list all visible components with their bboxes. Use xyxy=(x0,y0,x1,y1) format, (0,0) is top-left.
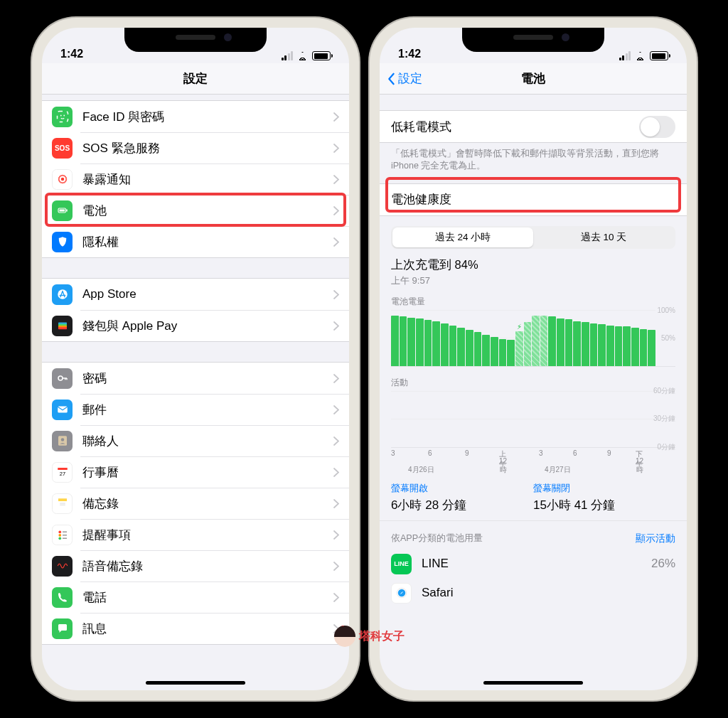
app-usage-row[interactable]: LINE LINE 26% xyxy=(380,550,687,579)
notes-item[interactable]: 備忘錄 xyxy=(42,488,349,519)
svg-point-8 xyxy=(62,183,63,183)
emergency-sos-item[interactable]: SOS SOS 緊急服務 xyxy=(42,132,349,164)
chevron-right-icon xyxy=(333,593,339,602)
screen-on-title: 螢幕開啟 xyxy=(391,482,533,495)
chevron-right-icon xyxy=(333,468,339,477)
line-icon: LINE xyxy=(391,554,412,574)
cell-label: 郵件 xyxy=(82,402,333,418)
cell-label: 語音備忘錄 xyxy=(82,558,333,574)
chevron-right-icon xyxy=(333,290,339,299)
cell-label: 聯絡人 xyxy=(82,433,333,449)
time-range-segment[interactable]: 過去 24 小時 過去 10 天 xyxy=(391,226,675,249)
wallet-item[interactable]: 錢包與 Apple Pay xyxy=(42,310,349,341)
svg-point-5 xyxy=(65,180,66,181)
voice-memos-icon xyxy=(52,556,73,577)
messages-icon xyxy=(52,618,73,639)
svg-point-13 xyxy=(58,177,59,178)
status-time: 1:42 xyxy=(398,48,421,60)
phone-item[interactable]: 電話 xyxy=(42,582,349,613)
usage-summary: 螢幕開啟 6小時 28 分鐘 螢幕關閉 15小時 41 分鐘 xyxy=(380,478,687,521)
svg-text:27: 27 xyxy=(59,471,65,477)
screen-off-title: 螢幕關閉 xyxy=(533,482,675,495)
battery-item[interactable]: 電池 xyxy=(42,195,349,226)
svg-rect-29 xyxy=(58,407,68,413)
mail-item[interactable]: 郵件 xyxy=(42,394,349,425)
app-store-item[interactable]: App Store xyxy=(42,279,349,310)
chevron-right-icon xyxy=(333,175,339,184)
app-name: LINE xyxy=(422,557,651,571)
svg-rect-33 xyxy=(58,468,68,470)
svg-point-41 xyxy=(58,537,61,540)
cell-label: 提醒事項 xyxy=(82,527,333,543)
screen-on-value: 6小時 28 分鐘 xyxy=(391,497,533,513)
face-id-passcode-item[interactable]: Face ID 與密碼 xyxy=(42,101,349,132)
battery-health-row[interactable]: 電池健康度 xyxy=(380,184,687,215)
chevron-right-icon xyxy=(333,436,339,446)
svg-point-1 xyxy=(60,115,61,117)
svg-point-17 xyxy=(63,175,64,176)
svg-point-15 xyxy=(60,175,61,176)
battery-level-chart-title: 電池電量 xyxy=(391,296,425,308)
messages-item[interactable]: 訊息 xyxy=(42,613,349,644)
svg-rect-36 xyxy=(58,498,67,501)
page-title: 電池 xyxy=(521,70,545,87)
cell-label: 密碼 xyxy=(82,370,333,387)
app-usage-row[interactable]: Safari xyxy=(380,579,687,608)
svg-rect-22 xyxy=(59,210,65,212)
chevron-right-icon xyxy=(333,144,339,153)
back-label: 設定 xyxy=(398,70,422,87)
svg-point-3 xyxy=(60,178,64,181)
cell-label: 電池 xyxy=(82,203,333,219)
phone-mockup-battery: 1:42 設定 電池 低耗電模式 「低耗電模式」會暫時降低下載和郵件擷取等背景活… xyxy=(370,18,697,700)
wallet-icon xyxy=(52,316,73,336)
cell-label: 訊息 xyxy=(82,621,333,637)
home-indicator xyxy=(146,681,245,685)
contacts-item[interactable]: 聯絡人 xyxy=(42,425,349,456)
low-power-mode-label: 低耗電模式 xyxy=(391,119,639,135)
segment-24h[interactable]: 過去 24 小時 xyxy=(392,227,533,247)
svg-point-39 xyxy=(58,530,61,533)
voice-memos-item[interactable]: 語音備忘錄 xyxy=(42,550,349,582)
svg-rect-27 xyxy=(58,327,67,329)
low-power-mode-toggle[interactable] xyxy=(639,116,675,138)
calendar-item[interactable]: 27 行事曆 xyxy=(42,456,349,488)
contacts-icon xyxy=(52,431,73,451)
cellular-icon xyxy=(282,51,294,60)
segment-10d[interactable]: 過去 10 天 xyxy=(533,227,674,247)
chevron-right-icon xyxy=(333,112,339,122)
show-activity-link[interactable]: 顯示活動 xyxy=(636,532,675,545)
cell-label: App Store xyxy=(82,287,333,301)
activity-chart-title: 活動 xyxy=(391,377,408,389)
exposure-icon xyxy=(52,169,73,190)
chevron-right-icon xyxy=(333,499,339,508)
battery-health-label: 電池健康度 xyxy=(391,191,675,208)
svg-point-31 xyxy=(60,438,64,441)
svg-point-6 xyxy=(65,181,65,182)
cell-label: 錢包與 Apple Pay xyxy=(82,318,333,334)
wifi-icon xyxy=(296,51,309,60)
cell-label: 電話 xyxy=(82,589,333,606)
wifi-icon xyxy=(634,51,646,60)
svg-point-28 xyxy=(58,376,63,380)
back-button[interactable]: 設定 xyxy=(387,70,422,87)
chevron-right-icon xyxy=(333,562,339,571)
screen-off-value: 15小時 41 分鐘 xyxy=(533,497,675,513)
notes-icon xyxy=(52,493,73,514)
passwords-item[interactable]: 密碼 xyxy=(42,363,349,394)
low-power-mode-row[interactable]: 低耗電模式 xyxy=(380,111,687,142)
cellular-icon xyxy=(619,51,631,60)
low-power-mode-footer: 「低耗電模式」會暫時降低下載和郵件擷取等背景活動，直到您將 iPhone 完全充… xyxy=(380,143,687,172)
cell-label: 隱私權 xyxy=(82,234,333,250)
privacy-item[interactable]: 隱私權 xyxy=(42,226,349,257)
svg-point-18 xyxy=(65,176,65,177)
notch xyxy=(462,28,604,52)
cell-label: SOS 緊急服務 xyxy=(82,140,333,156)
safari-icon xyxy=(391,583,412,604)
battery-indicator-icon xyxy=(650,51,668,60)
reminders-item[interactable]: 提醒事項 xyxy=(42,519,349,550)
cell-label: Face ID 與密碼 xyxy=(82,109,333,125)
nav-bar: 設定 xyxy=(42,63,349,95)
exposure-notification-item[interactable]: 暴露通知 xyxy=(42,164,349,195)
nav-bar: 設定 電池 xyxy=(380,63,687,95)
page-title: 設定 xyxy=(183,70,208,87)
